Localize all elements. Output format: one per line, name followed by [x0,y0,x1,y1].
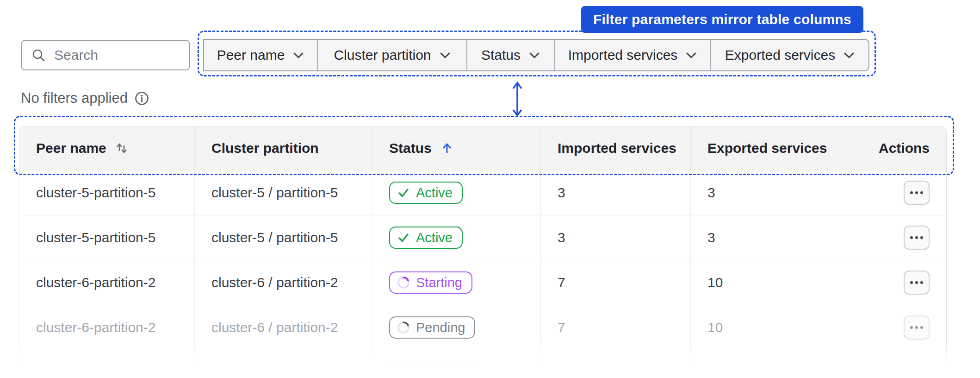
cell-status: Pending [372,350,541,378]
cell-imported-services: 3 [541,170,691,215]
filters-status-text: No filters applied [21,90,128,107]
callout-banner-label: Filter parameters mirror table columns [593,12,851,27]
cell-cluster-partition: cluster-6 / partition-2 [195,305,372,350]
status-badge: Active [389,182,463,204]
peers-table-page: Filter parameters mirror table columns P… [0,0,980,378]
cell-actions [841,350,946,378]
status-badge-label: Pending [416,366,465,378]
check-icon [397,231,410,245]
status-badge-label: Active [416,231,453,245]
cell-cluster-partition: cluster-6 / partition-2 [195,260,372,305]
cell-imported-services: 7 [541,260,691,305]
table-row: cluster-5-partition-5 cluster-5 / partit… [19,215,946,260]
row-actions-button[interactable] [904,226,930,250]
search-icon [31,48,46,63]
cell-actions [841,305,946,350]
cell-status: Active [372,215,541,260]
row-actions-button[interactable] [904,181,930,205]
status-badge-label: Starting [416,276,462,290]
cell-exported-services [691,350,841,378]
cell-cluster-partition: cluster-5 / partition-5 [195,215,372,260]
spinner-icon [397,365,410,378]
cell-actions [841,215,946,260]
spinner-icon [397,321,410,334]
cell-status: Starting [372,260,541,305]
status-badge: Starting [389,271,472,294]
search-input[interactable] [53,47,171,63]
cell-peer-name: cluster-6-partition-2 [19,350,195,378]
table-row-ghost: cluster-6-partition-2 cluster-6 / partit… [19,350,946,378]
table-header-annotation-outline [14,116,954,175]
row-actions-button[interactable] [904,271,930,295]
cell-actions [841,170,946,215]
cell-status: Pending [372,305,541,350]
table-row: cluster-6-partition-2 cluster-6 / partit… [19,305,946,350]
cell-peer-name: cluster-6-partition-2 [19,260,195,305]
cell-exported-services: 3 [691,170,841,215]
cell-imported-services: 7 [541,305,691,350]
status-badge: Active [389,227,463,249]
check-icon [397,186,410,200]
spinner-icon [397,276,410,290]
cell-cluster-partition: cluster-5 / partition-5 [195,170,372,215]
info-icon[interactable] [134,91,149,106]
cell-imported-services [541,350,691,378]
status-badge: Pending [389,361,475,378]
status-badge-label: Active [416,186,453,200]
filters-annotation-outline [198,31,876,76]
double-arrow-icon [510,81,525,118]
cell-peer-name: cluster-5-partition-5 [19,215,195,260]
table-row: cluster-5-partition-5 cluster-5 / partit… [19,170,946,215]
cell-peer-name: cluster-6-partition-2 [19,305,195,350]
cell-imported-services: 3 [541,215,691,260]
cell-cluster-partition: cluster-6 / partition-2 [195,350,372,378]
cell-exported-services: 3 [691,215,841,260]
callout-banner: Filter parameters mirror table columns [581,6,863,33]
search-box[interactable] [21,40,190,70]
cell-peer-name: cluster-5-partition-5 [19,170,195,215]
table-row: cluster-6-partition-2 cluster-6 / partit… [19,260,946,305]
status-badge: Pending [389,316,475,339]
cell-exported-services: 10 [691,305,841,350]
cell-exported-services: 10 [691,260,841,305]
row-actions-button[interactable] [904,315,930,340]
cell-actions [841,260,946,305]
status-badge-label: Pending [416,321,465,334]
cell-status: Active [372,170,541,215]
filters-status-line: No filters applied [21,90,149,107]
